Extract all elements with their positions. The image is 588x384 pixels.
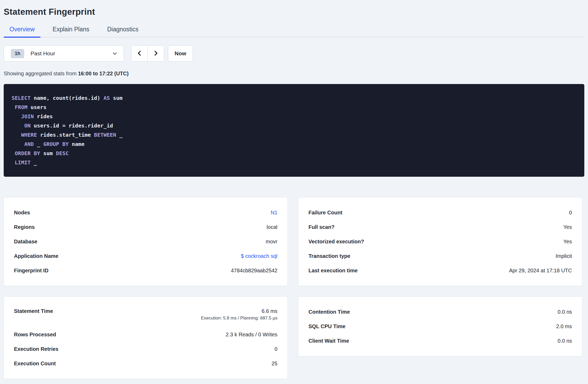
now-button[interactable]: Now	[168, 45, 193, 62]
execution-count-value: 25	[272, 361, 277, 367]
execution-retries-label: Execution Retries	[14, 346, 58, 352]
chevron-left-icon	[136, 50, 143, 57]
aggregated-stats-range: 16:00 to 17:22 (UTC)	[78, 71, 128, 76]
time-range-dropdown[interactable]: 1h Past Hour	[4, 45, 124, 62]
statement-time-value: 6.6 ms	[262, 308, 277, 314]
prev-time-button[interactable]	[131, 46, 148, 61]
fingerprint-id-value: 4784cb829aab2542	[231, 268, 277, 274]
vectorized-execution-label: Vectorized execution?	[308, 239, 364, 245]
rows-processed-value: 2.3 k Reads / 0 Writes	[226, 332, 277, 338]
statement-timing-card: Statement Time 6.6 ms Execution: 5.8 ms …	[4, 297, 288, 379]
table-row: Application Name $ cockroach sql	[14, 249, 277, 263]
regions-label: Regions	[14, 224, 35, 230]
failure-count-label: Failure Count	[308, 210, 342, 216]
table-row: Rows Processed 2.3 k Reads / 0 Writes	[14, 327, 277, 342]
chevron-down-icon	[112, 50, 118, 57]
transaction-type-label: Transaction type	[308, 253, 350, 259]
table-row: Full scan? Yes	[308, 220, 572, 234]
table-row: Last execution time Apr 29, 2024 at 17:1…	[308, 263, 572, 278]
statement-fingerprint-page: Statement Fingerprint Overview Explain P…	[0, 0, 588, 379]
table-row: Vectorized execution? Yes	[308, 234, 572, 249]
table-row: Failure Count 0	[308, 205, 572, 220]
chevron-right-icon	[152, 50, 159, 57]
table-row: Regions local	[14, 220, 277, 234]
full-scan-label: Full scan?	[308, 224, 335, 230]
time-range-badge: 1h	[11, 49, 24, 58]
last-execution-time-label: Last execution time	[308, 268, 358, 274]
table-row: SQL CPU Time 2.0 ms	[308, 319, 572, 334]
last-execution-time-value: Apr 29, 2024 at 17:18 UTC	[509, 268, 572, 274]
table-row: Database movr	[14, 234, 277, 249]
sql-cpu-time-value: 2.0 ms	[556, 323, 572, 329]
regions-value: local	[267, 224, 277, 230]
tab-explain-plans-label: Explain Plans	[53, 26, 89, 33]
page-title: Statement Fingerprint	[4, 7, 584, 17]
nodes-label: Nodes	[14, 210, 30, 216]
execution-count-label: Execution Count	[14, 361, 56, 367]
table-row: Execution Count 25	[14, 356, 277, 371]
tab-overview-label: Overview	[9, 26, 35, 33]
wait-times-card: Contention Time 0.0 ns SQL CPU Time 2.0 …	[298, 297, 582, 356]
database-value: movr	[266, 239, 277, 245]
statement-time-breakdown: Execution: 5.8 ms / Planning: 687.5 µs	[201, 316, 277, 321]
contention-time-value: 0.0 ns	[558, 309, 572, 315]
statement-time-label: Statement Time	[14, 308, 53, 314]
table-row: Fingerprint ID 4784cb829aab2542	[14, 263, 277, 278]
tab-explain-plans[interactable]: Explain Plans	[47, 26, 95, 37]
sql-statement: SELECT name, count(rides.id) AS sum FROM…	[4, 84, 584, 177]
contention-time-label: Contention Time	[308, 309, 350, 315]
time-range-label: Past Hour	[31, 50, 55, 57]
time-controls: 1h Past Hour Now	[4, 45, 584, 62]
failure-count-value: 0	[569, 210, 572, 216]
tab-diagnostics-label: Diagnostics	[107, 26, 138, 33]
table-row: Statement Time 6.6 ms Execution: 5.8 ms …	[14, 305, 277, 327]
table-row: Nodes N1	[14, 205, 277, 220]
transaction-type-value: Implicit	[556, 253, 572, 259]
summary-cards: Nodes N1 Regions local Database movr App…	[4, 197, 582, 379]
tab-bar: Overview Explain Plans Diagnostics	[4, 26, 584, 37]
aggregated-stats-prefix: Showing aggregated stats from	[4, 71, 77, 76]
execution-attributes-card: Failure Count 0 Full scan? Yes Vectorize…	[298, 197, 582, 286]
execution-retries-value: 0	[275, 346, 277, 352]
table-row: Client Wait Time 0.0 ns	[308, 334, 572, 348]
full-scan-value: Yes	[563, 224, 572, 230]
application-name-link[interactable]: $ cockroach sql	[241, 253, 277, 259]
table-row: Transaction type Implicit	[308, 249, 572, 263]
fingerprint-id-label: Fingerprint ID	[14, 268, 48, 274]
sql-cpu-time-label: SQL CPU Time	[308, 323, 345, 329]
time-step-buttons	[131, 45, 164, 62]
nodes-link[interactable]: N1	[271, 210, 277, 216]
table-row: Contention Time 0.0 ns	[308, 305, 572, 319]
database-label: Database	[14, 239, 37, 245]
rows-processed-label: Rows Processed	[14, 332, 56, 338]
tab-diagnostics[interactable]: Diagnostics	[101, 26, 144, 37]
next-time-button[interactable]	[148, 46, 164, 61]
client-wait-time-label: Client Wait Time	[308, 338, 349, 344]
aggregated-stats-line: Showing aggregated stats from 16:00 to 1…	[4, 71, 584, 77]
application-name-label: Application Name	[14, 253, 58, 259]
table-row: Execution Retries 0	[14, 342, 277, 356]
vectorized-execution-value: Yes	[563, 239, 572, 245]
tab-overview[interactable]: Overview	[4, 26, 41, 37]
client-wait-time-value: 0.0 ns	[558, 338, 572, 344]
statement-details-card: Nodes N1 Regions local Database movr App…	[4, 197, 288, 286]
